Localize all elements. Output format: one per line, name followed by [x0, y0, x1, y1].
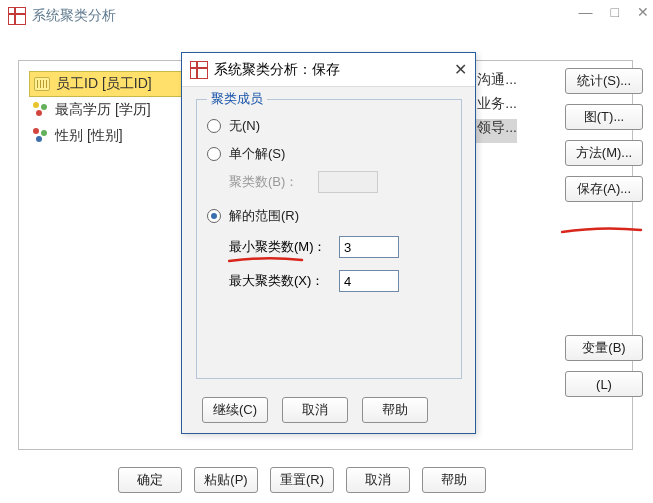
statistics-button[interactable]: 统计(S)... [565, 68, 643, 94]
ok-button[interactable]: 确定 [118, 467, 182, 493]
window-controls: — □ ✕ [579, 4, 649, 20]
max-clusters-label: 最大聚类数(X)： [229, 272, 339, 290]
list-item[interactable]: 性别 [性别] [29, 123, 199, 149]
l-button[interactable]: (L) [565, 371, 643, 397]
dialog-button-row: 继续(C) 取消 帮助 [202, 397, 428, 423]
radio-icon [207, 209, 221, 223]
radio-label: 解的范围(R) [229, 207, 299, 225]
close-icon[interactable]: ✕ [454, 60, 467, 79]
annotation-underline-icon [561, 226, 643, 236]
max-clusters-input[interactable] [339, 270, 399, 292]
bottom-button-row: 确定 粘贴(P) 重置(R) 取消 帮助 [118, 467, 486, 493]
min-clusters-input[interactable] [339, 236, 399, 258]
variable-b-button[interactable]: 变量(B) [565, 335, 643, 361]
radio-icon [207, 119, 221, 133]
variable-list[interactable]: 员工ID [员工ID] 最高学历 [学历] 性别 [性别] [29, 71, 199, 149]
minimize-button[interactable]: — [579, 4, 593, 20]
parent-window: 系统聚类分析 — □ ✕ 员工ID [员工ID] 最高学历 [学历] 性别 [性… [0, 0, 653, 503]
radio-icon [207, 147, 221, 161]
save-button[interactable]: 保存(A)... [565, 176, 643, 202]
continue-button[interactable]: 继续(C) [202, 397, 268, 423]
close-button[interactable]: ✕ [637, 4, 649, 20]
window-title: 系统聚类分析 [32, 7, 116, 25]
cancel-button[interactable]: 取消 [282, 397, 348, 423]
help-button[interactable]: 帮助 [362, 397, 428, 423]
radio-none[interactable]: 无(N) [197, 112, 461, 140]
variable-label: 员工ID [员工ID] [56, 75, 152, 93]
app-icon [8, 7, 26, 25]
nominal-icon [33, 102, 49, 118]
method-button[interactable]: 方法(M)... [565, 140, 643, 166]
cluster-membership-fieldset: 聚类成员 无(N) 单个解(S) 聚类数(B)： 解的范围(R) [196, 99, 462, 379]
title-bar: 系统聚类分析 [0, 0, 653, 32]
radio-range[interactable]: 解的范围(R) [197, 202, 461, 230]
min-clusters-label: 最小聚类数(M)： [229, 238, 339, 256]
app-icon [190, 61, 208, 79]
variable-label: 性别 [性别] [55, 127, 123, 145]
list-item[interactable]: 最高学历 [学历] [29, 97, 199, 123]
cluster-count-row: 聚类数(B)： [197, 168, 461, 196]
plots-button[interactable]: 图(T)... [565, 104, 643, 130]
radio-label: 单个解(S) [229, 145, 285, 163]
help-button[interactable]: 帮助 [422, 467, 486, 493]
nominal-icon [33, 128, 49, 144]
save-dialog: 系统聚类分析：保存 ✕ 聚类成员 无(N) 单个解(S) 聚类数(B)： [181, 52, 476, 434]
fieldset-legend: 聚类成员 [207, 90, 267, 108]
cluster-count-label: 聚类数(B)： [229, 173, 298, 191]
right-button-group-2: 变量(B) (L) [565, 335, 643, 397]
max-clusters-row: 最大聚类数(X)： [197, 264, 461, 298]
dialog-title: 系统聚类分析：保存 [214, 61, 340, 79]
right-button-group: 统计(S)... 图(T)... 方法(M)... 保存(A)... [565, 68, 643, 202]
cancel-button[interactable]: 取消 [346, 467, 410, 493]
maximize-button[interactable]: □ [611, 4, 619, 20]
reset-button[interactable]: 重置(R) [270, 467, 334, 493]
scale-icon [34, 77, 50, 91]
variable-label: 最高学历 [学历] [55, 101, 151, 119]
dialog-title-bar: 系统聚类分析：保存 ✕ [182, 53, 475, 87]
radio-single[interactable]: 单个解(S) [197, 140, 461, 168]
cluster-count-input [318, 171, 378, 193]
list-item[interactable]: 员工ID [员工ID] [29, 71, 199, 97]
radio-label: 无(N) [229, 117, 260, 135]
paste-button[interactable]: 粘贴(P) [194, 467, 258, 493]
annotation-underline-icon [228, 256, 304, 264]
